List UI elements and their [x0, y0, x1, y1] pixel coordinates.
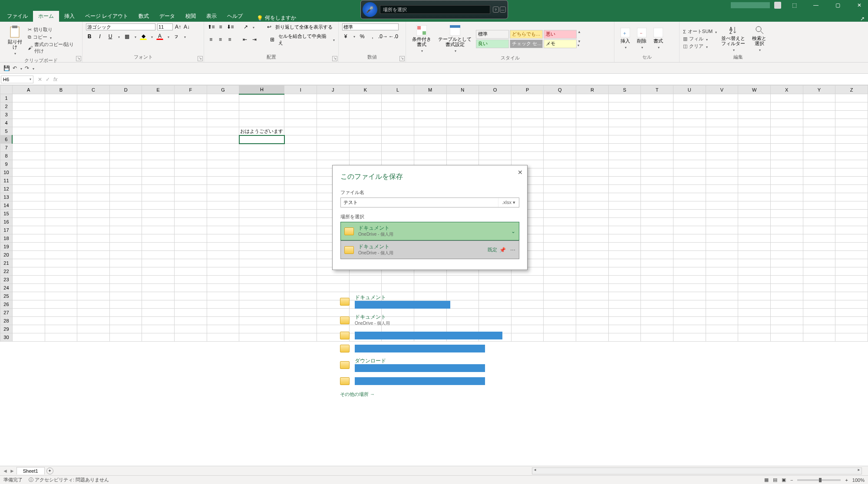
cell-X10[interactable] — [770, 168, 803, 177]
row-header-12[interactable]: 12 — [0, 185, 13, 193]
cell-I18[interactable] — [284, 234, 317, 243]
cell-L4[interactable] — [382, 119, 414, 127]
cell-A22[interactable] — [12, 267, 45, 276]
cell-Y26[interactable] — [803, 300, 835, 309]
cell-F19[interactable] — [175, 243, 207, 251]
cell-H16[interactable] — [239, 218, 284, 226]
cell-A2[interactable] — [12, 102, 45, 111]
cell-U13[interactable] — [673, 193, 706, 201]
cell-X6[interactable] — [770, 135, 803, 144]
cell-D3[interactable] — [109, 111, 142, 119]
cell-J5[interactable] — [317, 127, 349, 135]
cell-C21[interactable] — [77, 259, 110, 267]
cell-P24[interactable] — [511, 284, 544, 292]
cell-K8[interactable] — [349, 152, 382, 160]
cell-I26[interactable] — [284, 300, 317, 309]
cell-K24[interactable] — [349, 284, 382, 292]
cell-Z9[interactable] — [835, 160, 868, 168]
align-center-icon[interactable]: ≡ — [217, 36, 224, 43]
cell-Q20[interactable] — [544, 251, 576, 259]
cell-G11[interactable] — [207, 177, 239, 185]
cell-W23[interactable] — [738, 276, 771, 284]
cell-T27[interactable] — [641, 309, 673, 317]
cell-Q2[interactable] — [544, 102, 576, 111]
cell-V9[interactable] — [706, 160, 738, 168]
cell-G22[interactable] — [207, 267, 239, 276]
cell-Q8[interactable] — [544, 152, 576, 160]
cell-X18[interactable] — [770, 234, 803, 243]
number-launcher[interactable]: ↘ — [399, 56, 405, 61]
col-header-L[interactable]: L — [382, 86, 414, 94]
cell-T15[interactable] — [641, 210, 673, 218]
cell-Z12[interactable] — [835, 185, 868, 193]
cell-Y9[interactable] — [803, 160, 835, 168]
cell-B2[interactable] — [45, 102, 77, 111]
cell-G23[interactable] — [207, 276, 239, 284]
cell-A24[interactable] — [12, 284, 45, 292]
cell-Q28[interactable] — [544, 317, 576, 325]
cell-T26[interactable] — [641, 300, 673, 309]
cell-V24[interactable] — [706, 284, 738, 292]
cell-Z29[interactable] — [835, 325, 868, 333]
cell-T21[interactable] — [641, 259, 673, 267]
cell-W1[interactable] — [738, 94, 771, 102]
cell-E5[interactable] — [142, 127, 175, 135]
cell-C28[interactable] — [77, 317, 110, 325]
cell-Y24[interactable] — [803, 284, 835, 292]
cell-Y16[interactable] — [803, 218, 835, 226]
cell-R6[interactable] — [576, 135, 609, 144]
cell-E24[interactable] — [142, 284, 175, 292]
cell-A10[interactable] — [12, 168, 45, 177]
col-header-A[interactable]: A — [12, 86, 45, 94]
style-gallery-open[interactable]: ▾ — [578, 43, 581, 47]
cell-U25[interactable] — [673, 292, 706, 300]
cell-I3[interactable] — [284, 111, 317, 119]
cell-D13[interactable] — [109, 193, 142, 201]
row-header-15[interactable]: 15 — [0, 210, 13, 218]
cell-V29[interactable] — [706, 325, 738, 333]
cell-F26[interactable] — [175, 300, 207, 309]
cell-X9[interactable] — [770, 160, 803, 168]
cell-I25[interactable] — [284, 292, 317, 300]
pin-icon[interactable]: 📌 — [499, 247, 506, 253]
cell-X27[interactable] — [770, 309, 803, 317]
clipboard-launcher[interactable]: ↘ — [76, 56, 81, 61]
cell-C19[interactable] — [77, 243, 110, 251]
cut-button[interactable]: ✂切り取り — [28, 26, 79, 33]
cell-A29[interactable] — [12, 325, 45, 333]
tell-me-search[interactable]: 💡 何をしますか — [257, 14, 296, 22]
border-button[interactable]: ▦ — [123, 33, 130, 40]
cell-F13[interactable] — [175, 193, 207, 201]
cell-U26[interactable] — [673, 300, 706, 309]
cell-P1[interactable] — [511, 94, 544, 102]
cell-B22[interactable] — [45, 267, 77, 276]
decrease-indent-icon[interactable]: ⇤ — [242, 36, 249, 43]
style-neutral[interactable]: どちらでも… — [510, 30, 543, 39]
more-icon[interactable]: ⋯ — [510, 247, 515, 253]
cell-D15[interactable] — [109, 210, 142, 218]
cell-V8[interactable] — [706, 152, 738, 160]
cell-X12[interactable] — [770, 185, 803, 193]
cell-E22[interactable] — [142, 267, 175, 276]
cell-W12[interactable] — [738, 185, 771, 193]
location-option-3[interactable] — [340, 342, 520, 355]
location-option-0[interactable]: ドキュメント — [340, 292, 520, 311]
cell-X30[interactable] — [770, 333, 803, 342]
cell-Z27[interactable] — [835, 309, 868, 317]
cell-S14[interactable] — [608, 201, 641, 210]
cell-Q25[interactable] — [544, 292, 576, 300]
cell-D24[interactable] — [109, 284, 142, 292]
cell-D16[interactable] — [109, 218, 142, 226]
increase-decimal-icon[interactable]: .0→ — [380, 33, 386, 40]
microphone-icon[interactable]: 🎤 — [363, 2, 377, 17]
cell-S13[interactable] — [608, 193, 641, 201]
cell-V17[interactable] — [706, 226, 738, 234]
speech-recognition-widget[interactable]: 🎤 場所を選択 ? — — [360, 0, 508, 19]
cell-W15[interactable] — [738, 210, 771, 218]
cell-V26[interactable] — [706, 300, 738, 309]
cell-R2[interactable] — [576, 102, 609, 111]
cell-I7[interactable] — [284, 144, 317, 152]
cell-W19[interactable] — [738, 243, 771, 251]
cell-N6[interactable] — [446, 135, 479, 144]
cell-P4[interactable] — [511, 119, 544, 127]
